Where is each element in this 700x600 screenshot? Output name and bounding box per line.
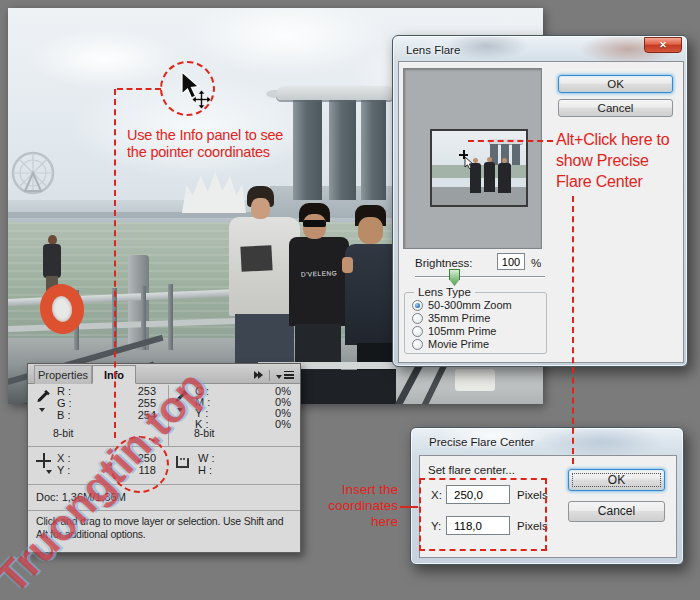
- mbs-tower-3: [361, 99, 386, 200]
- person-left-face: [251, 198, 270, 219]
- radio-105mm-prime[interactable]: 105mm Prime: [412, 325, 496, 337]
- annotation-coords-rect: [419, 478, 547, 551]
- cmyk-k-value: 0%: [253, 418, 291, 430]
- set-flare-center-label: Set flare center...: [428, 464, 515, 476]
- radio-icon[interactable]: [412, 300, 423, 311]
- flare-preview-area[interactable]: [403, 68, 542, 249]
- cmyk-depth: 8-bit: [194, 427, 214, 439]
- railing-post: [168, 284, 173, 350]
- width-height-icon: [176, 456, 189, 468]
- screenshot-stage: D'VELENG Use the Info panel to see the p…: [0, 0, 700, 600]
- annotation-connector-line: [400, 506, 418, 508]
- rgb-g-label: G :: [57, 397, 72, 409]
- bystander-woman: [43, 244, 61, 278]
- annotation-alt-click-note: Alt+Click here to show Precise Flare Cen…: [556, 129, 688, 192]
- brightness-slider-thumb[interactable]: [449, 269, 460, 286]
- people-legs: [301, 370, 397, 404]
- thumb-mbs-tower: [512, 144, 520, 166]
- eyedropper-icon[interactable]: [174, 389, 189, 406]
- divider: [168, 385, 169, 446]
- divider: [28, 446, 300, 447]
- separator: [269, 370, 270, 381]
- rgb-g-value: 255: [123, 397, 156, 409]
- rgb-b-label: B :: [57, 409, 70, 421]
- eyedropper-icon[interactable]: [36, 389, 51, 406]
- radio-icon[interactable]: [412, 339, 423, 350]
- lens-flare-dialog: Lens Flare ✕: [392, 35, 688, 367]
- mbs-tower-2: [329, 99, 356, 200]
- lens-flare-client: OK Cancel Brightness: % Lens Type 50-300…: [398, 61, 684, 363]
- ok-button[interactable]: OK: [568, 469, 665, 491]
- person-middle-shirt: [289, 237, 349, 326]
- radio-icon[interactable]: [412, 313, 423, 324]
- thumb-person: [484, 162, 495, 192]
- ok-button[interactable]: OK: [558, 75, 673, 93]
- x-label: X :: [57, 452, 70, 464]
- lens-type-legend: Lens Type: [414, 286, 475, 298]
- person-middle-sunglasses: [303, 220, 326, 227]
- annotation-insert-note: Insert the coordinates here: [312, 482, 398, 530]
- person-right-thumbs-up: [342, 257, 353, 273]
- brightness-slider-track[interactable]: [415, 276, 545, 278]
- thumb-cursor: [463, 156, 474, 170]
- dialog-title[interactable]: Precise Flare Center: [429, 436, 534, 448]
- mbs-skypark: [276, 86, 394, 100]
- y-label: Y :: [57, 464, 70, 476]
- annotation-connector-line: [114, 89, 116, 438]
- radio-movie-prime[interactable]: Movie Prime: [412, 338, 489, 350]
- divider: [28, 484, 300, 485]
- ferris-wheel: [11, 146, 57, 208]
- annotation-connector-line: [468, 140, 553, 142]
- crosshair-icon[interactable]: [36, 453, 52, 469]
- move-tool-cursor: [176, 70, 214, 112]
- lens-type-group: Lens Type 50-300mm Zoom 35mm Prime 105mm…: [404, 292, 547, 354]
- panel-menu-icon[interactable]: [276, 369, 294, 381]
- eyedropper-dropdown-icon[interactable]: [177, 408, 183, 412]
- h-label: H :: [198, 464, 212, 476]
- rgb-depth: 8-bit: [53, 427, 73, 439]
- annotation-connector-line: [572, 196, 574, 464]
- radio-icon[interactable]: [412, 326, 423, 337]
- cancel-button[interactable]: Cancel: [558, 99, 673, 117]
- radio-50-300mm-zoom[interactable]: 50-300mm Zoom: [412, 299, 512, 311]
- rgb-r-label: R :: [57, 385, 71, 397]
- radio-35mm-prime[interactable]: 35mm Prime: [412, 312, 490, 324]
- w-label: W :: [198, 452, 215, 464]
- brightness-input[interactable]: [497, 253, 525, 270]
- panel-header[interactable]: Properties Info: [28, 364, 300, 384]
- annotation-xy-ellipse: [110, 436, 169, 493]
- brightness-label: Brightness:: [415, 257, 473, 269]
- eyedropper-dropdown-icon[interactable]: [39, 408, 45, 412]
- annotation-connector-line: [117, 88, 161, 90]
- collapse-panel-icon[interactable]: [254, 369, 263, 381]
- rgb-r-value: 253: [123, 385, 156, 397]
- person-right-face: [358, 217, 383, 244]
- deck-strip-box: [455, 369, 495, 391]
- tab-properties[interactable]: Properties: [34, 365, 92, 384]
- doc-size: Doc: 1,36M/1,36M: [36, 491, 126, 503]
- brightness-unit: %: [531, 257, 541, 269]
- close-icon[interactable]: ✕: [644, 37, 682, 53]
- cancel-button[interactable]: Cancel: [568, 501, 665, 522]
- thumb-person: [498, 163, 511, 193]
- tool-hint-line2: Alt for additional options.: [36, 528, 146, 540]
- person-left-shirt-print: [240, 245, 272, 272]
- thumb-person-head: [487, 157, 492, 162]
- divider: [28, 510, 300, 511]
- thumb-person-head: [502, 158, 507, 163]
- rgb-b-value: 254: [123, 409, 156, 421]
- annotation-pointer-note: Use the Info panel to see the pointer co…: [127, 127, 322, 161]
- tool-hint-line1: Click and drag to move layer or selectio…: [36, 515, 283, 527]
- crosshair-dropdown-icon[interactable]: [46, 470, 52, 474]
- dialog-title[interactable]: Lens Flare: [406, 44, 460, 56]
